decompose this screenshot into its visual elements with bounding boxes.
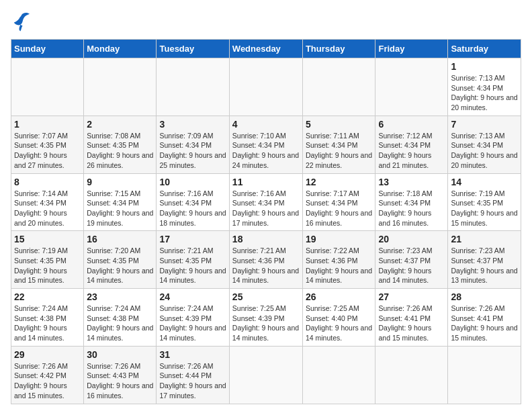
sunrise-label: Sunrise: 7:07 AM	[14, 132, 68, 140]
day-number: 1	[14, 119, 81, 130]
weekday-header-row: SundayMondayTuesdayWednesdayThursdayFrid…	[11, 40, 521, 58]
calendar-cell: 12 Sunrise: 7:17 AM Sunset: 4:34 PM Dayl…	[302, 173, 375, 231]
logo	[11, 11, 35, 32]
sunrise-label: Sunrise: 7:12 AM	[378, 132, 432, 140]
day-info: Sunrise: 7:13 AM Sunset: 4:34 PM Dayligh…	[451, 73, 518, 113]
sunrise-label: Sunrise: 7:19 AM	[451, 189, 504, 197]
sunrise-label: Sunrise: 7:24 AM	[87, 304, 140, 312]
day-info: Sunrise: 7:24 AM Sunset: 4:38 PM Dayligh…	[87, 304, 153, 343]
day-number: 12	[306, 177, 373, 187]
sunset-label: Sunset: 4:38 PM	[87, 314, 139, 322]
daylight-label: Daylight: 9 hours and 13 minutes.	[451, 267, 517, 285]
sunset-label: Sunset: 4:34 PM	[232, 199, 285, 207]
day-number: 8	[14, 177, 81, 187]
day-info: Sunrise: 7:22 AM Sunset: 4:36 PM Dayligh…	[306, 246, 373, 285]
day-number: 18	[232, 234, 300, 244]
calendar-cell: 24 Sunrise: 7:24 AM Sunset: 4:39 PM Dayl…	[157, 289, 229, 347]
calendar-cell: 10 Sunrise: 7:16 AM Sunset: 4:34 PM Dayl…	[157, 173, 229, 231]
calendar-cell: 1 Sunrise: 7:07 AM Sunset: 4:35 PM Dayli…	[11, 116, 84, 173]
sunset-label: Sunset: 4:34 PM	[87, 199, 139, 207]
sunset-label: Sunset: 4:34 PM	[232, 141, 285, 149]
sunrise-label: Sunrise: 7:17 AM	[306, 189, 359, 197]
calendar-table: SundayMondayTuesdayWednesdayThursdayFrid…	[11, 39, 521, 404]
day-number: 24	[159, 291, 226, 302]
day-number: 29	[14, 349, 81, 360]
calendar-week-row: 8 Sunrise: 7:14 AM Sunset: 4:34 PM Dayli…	[11, 173, 521, 231]
day-number: 3	[159, 119, 226, 130]
day-number: 13	[378, 177, 445, 187]
calendar-cell: 14 Sunrise: 7:19 AM Sunset: 4:35 PM Dayl…	[448, 173, 521, 231]
daylight-label: Daylight: 9 hours and 14 minutes.	[306, 324, 372, 342]
daylight-label: Daylight: 9 hours and 20 minutes.	[14, 209, 67, 227]
sunrise-label: Sunrise: 7:21 AM	[232, 246, 286, 255]
day-info: Sunrise: 7:07 AM Sunset: 4:35 PM Dayligh…	[14, 131, 81, 171]
weekday-header-wednesday: Wednesday	[229, 40, 302, 58]
day-info: Sunrise: 7:20 AM Sunset: 4:35 PM Dayligh…	[87, 246, 153, 285]
day-info: Sunrise: 7:19 AM Sunset: 4:35 PM Dayligh…	[14, 246, 81, 285]
calendar-cell: 16 Sunrise: 7:20 AM Sunset: 4:35 PM Dayl…	[84, 231, 157, 289]
calendar-cell	[448, 346, 521, 404]
daylight-label: Daylight: 9 hours and 15 minutes.	[14, 381, 67, 400]
calendar-cell	[84, 58, 157, 116]
sunset-label: Sunset: 4:39 PM	[159, 314, 212, 322]
calendar-cell: 4 Sunrise: 7:10 AM Sunset: 4:34 PM Dayli…	[229, 116, 302, 173]
sunset-label: Sunset: 4:44 PM	[159, 371, 212, 379]
daylight-label: Daylight: 9 hours and 24 minutes.	[232, 151, 299, 169]
calendar-cell: 28 Sunrise: 7:26 AM Sunset: 4:41 PM Dayl…	[448, 289, 521, 347]
day-number: 10	[159, 177, 226, 187]
calendar-cell: 18 Sunrise: 7:21 AM Sunset: 4:36 PM Dayl…	[229, 231, 302, 289]
sunrise-label: Sunrise: 7:09 AM	[159, 132, 213, 140]
sunset-label: Sunset: 4:35 PM	[14, 257, 66, 265]
calendar-cell: 11 Sunrise: 7:16 AM Sunset: 4:34 PM Dayl…	[229, 173, 302, 231]
day-info: Sunrise: 7:17 AM Sunset: 4:34 PM Dayligh…	[306, 189, 373, 228]
sunset-label: Sunset: 4:43 PM	[87, 371, 139, 379]
calendar-cell: 7 Sunrise: 7:13 AM Sunset: 4:34 PM Dayli…	[448, 116, 521, 173]
day-info: Sunrise: 7:13 AM Sunset: 4:34 PM Dayligh…	[451, 131, 518, 171]
calendar-cell: 5 Sunrise: 7:11 AM Sunset: 4:34 PM Dayli…	[302, 116, 375, 173]
sunrise-label: Sunrise: 7:08 AM	[87, 132, 140, 140]
sunrise-label: Sunrise: 7:22 AM	[306, 246, 359, 255]
calendar-cell: 22 Sunrise: 7:24 AM Sunset: 4:38 PM Dayl…	[11, 289, 84, 347]
sunrise-label: Sunrise: 7:26 AM	[378, 304, 432, 312]
page-header	[11, 11, 521, 32]
calendar-cell	[302, 346, 375, 404]
calendar-cell: 17 Sunrise: 7:21 AM Sunset: 4:35 PM Dayl…	[157, 231, 229, 289]
sunset-label: Sunset: 4:37 PM	[451, 257, 503, 265]
day-number: 21	[451, 234, 518, 244]
daylight-label: Daylight: 9 hours and 26 minutes.	[87, 151, 153, 169]
day-info: Sunrise: 7:09 AM Sunset: 4:34 PM Dayligh…	[159, 131, 226, 171]
day-number: 1	[451, 61, 518, 72]
calendar-cell: 20 Sunrise: 7:23 AM Sunset: 4:37 PM Dayl…	[375, 231, 448, 289]
daylight-label: Daylight: 9 hours and 22 minutes.	[306, 151, 372, 169]
day-info: Sunrise: 7:23 AM Sunset: 4:37 PM Dayligh…	[451, 246, 518, 285]
daylight-label: Daylight: 9 hours and 15 minutes.	[451, 324, 517, 342]
sunset-label: Sunset: 4:34 PM	[451, 141, 503, 149]
daylight-label: Daylight: 9 hours and 14 minutes.	[87, 267, 153, 285]
calendar-cell: 31 Sunrise: 7:26 AM Sunset: 4:44 PM Dayl…	[157, 346, 229, 404]
sunset-label: Sunset: 4:34 PM	[14, 199, 66, 207]
sunrise-label: Sunrise: 7:24 AM	[14, 304, 68, 312]
day-info: Sunrise: 7:08 AM Sunset: 4:35 PM Dayligh…	[87, 131, 153, 171]
calendar-cell	[229, 346, 302, 404]
day-info: Sunrise: 7:19 AM Sunset: 4:35 PM Dayligh…	[451, 189, 518, 228]
sunset-label: Sunset: 4:34 PM	[378, 141, 431, 149]
day-info: Sunrise: 7:24 AM Sunset: 4:38 PM Dayligh…	[14, 304, 81, 343]
day-info: Sunrise: 7:25 AM Sunset: 4:40 PM Dayligh…	[306, 304, 373, 343]
calendar-cell: 8 Sunrise: 7:14 AM Sunset: 4:34 PM Dayli…	[11, 173, 84, 231]
day-info: Sunrise: 7:10 AM Sunset: 4:34 PM Dayligh…	[232, 131, 300, 171]
daylight-label: Daylight: 9 hours and 17 minutes.	[232, 209, 299, 227]
daylight-label: Daylight: 9 hours and 14 minutes.	[87, 324, 153, 342]
day-info: Sunrise: 7:12 AM Sunset: 4:34 PM Dayligh…	[378, 131, 445, 171]
day-info: Sunrise: 7:26 AM Sunset: 4:43 PM Dayligh…	[87, 361, 153, 401]
calendar-week-row: 22 Sunrise: 7:24 AM Sunset: 4:38 PM Dayl…	[11, 289, 521, 347]
sunrise-label: Sunrise: 7:10 AM	[232, 132, 286, 140]
calendar-cell: 23 Sunrise: 7:24 AM Sunset: 4:38 PM Dayl…	[84, 289, 157, 347]
sunset-label: Sunset: 4:34 PM	[306, 141, 358, 149]
calendar-cell	[375, 346, 448, 404]
sunset-label: Sunset: 4:37 PM	[378, 257, 431, 265]
sunset-label: Sunset: 4:35 PM	[87, 141, 139, 149]
daylight-label: Daylight: 9 hours and 15 minutes.	[451, 209, 517, 227]
daylight-label: Daylight: 9 hours and 15 minutes.	[378, 324, 431, 342]
daylight-label: Daylight: 9 hours and 14 minutes.	[232, 267, 299, 285]
daylight-label: Daylight: 9 hours and 14 minutes.	[306, 267, 372, 285]
